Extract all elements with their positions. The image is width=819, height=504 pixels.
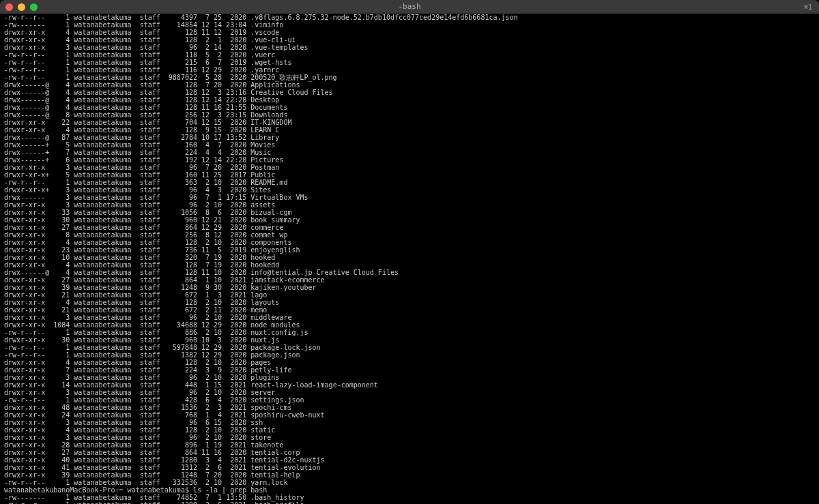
terminal-content[interactable]: -rw-r--r-- 1 watanabetakuma staff 4397 7… bbox=[0, 14, 819, 504]
titlebar[interactable]: -bash ⌘1 bbox=[0, 0, 819, 14]
window-title: -bash bbox=[0, 3, 819, 11]
window-status: ⌘1 bbox=[804, 3, 812, 11]
terminal-window: -bash ⌘1 -rw-r--r-- 1 watanabetakuma sta… bbox=[0, 0, 819, 504]
